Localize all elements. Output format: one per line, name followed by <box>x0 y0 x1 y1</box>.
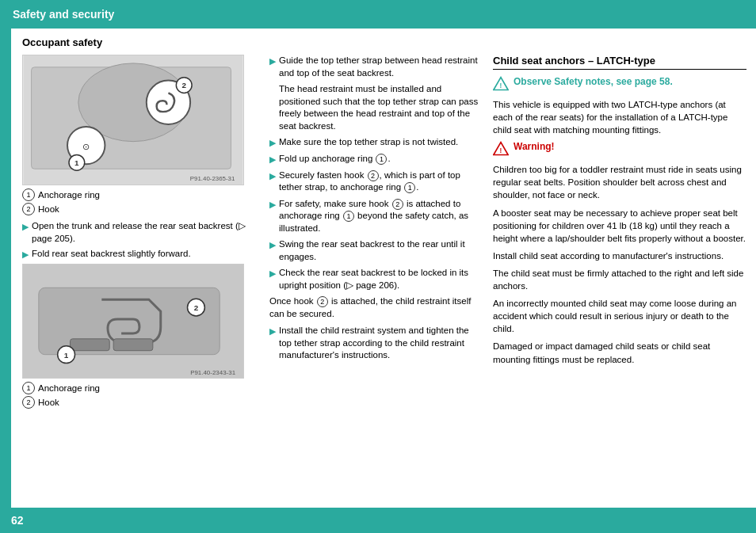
inline-circle-2b: 2 <box>392 199 403 210</box>
list-item: ▶ For safety, make sure hook 2 is attach… <box>269 198 483 235</box>
page-header: Safety and security <box>0 0 756 29</box>
section-title: Occupant safety <box>22 36 746 48</box>
svg-text:1: 1 <box>74 158 79 167</box>
svg-text:!: ! <box>500 82 502 89</box>
main-container: Occupant safety ⊙ <box>0 29 756 508</box>
svg-text:!: ! <box>500 147 502 154</box>
arrow-icon: ▶ <box>269 154 276 166</box>
safety-note-box: ! Observe Safety notes, see page 58. <box>493 76 746 92</box>
columns-layout: ⊙ 1 2 P91.40-2365-31 <box>22 55 746 500</box>
caption-circle-1b: 1 <box>22 382 35 394</box>
svg-text:1: 1 <box>64 351 69 360</box>
caption-2a-text: Hook <box>38 204 59 214</box>
warning-para-1: Children too big for a toddler restraint… <box>493 163 746 201</box>
warning-box: ! Warning! <box>493 141 746 157</box>
content-area: Occupant safety ⊙ <box>11 29 756 508</box>
page-footer: 62 <box>0 508 756 533</box>
list-item: ▶ Open the trunk and release the rear se… <box>22 220 260 245</box>
list-item: ▶ Fold up anchorage ring 1. <box>269 153 483 166</box>
middle-column: ▶ Guide the top tether strap between hea… <box>269 55 483 500</box>
inline-circle-2a: 2 <box>368 170 379 181</box>
svg-rect-13 <box>71 339 110 351</box>
warning-para-5: An incorrectly mounted child seat may co… <box>493 297 746 335</box>
svg-text:P91.40-2343-31: P91.40-2343-31 <box>190 368 236 375</box>
svg-text:⊙: ⊙ <box>82 142 90 151</box>
inline-circle-1: 1 <box>376 154 387 165</box>
right-section-title: Child seat anchors – LATCH-type <box>493 55 746 70</box>
bottom-diagram-image: 2 1 P91.40-2343-31 <box>22 264 244 379</box>
caption-circle-2b: 2 <box>22 396 35 409</box>
bottom-caption-1: 1 Anchorage ring <box>22 382 260 394</box>
caption-circle-1a: 1 <box>22 188 35 201</box>
bottom-caption-2: 2 Hook <box>22 396 260 409</box>
arrow-icon: ▶ <box>269 239 276 251</box>
inline-circle-1b: 1 <box>343 211 354 222</box>
intro-text: This vehicle is equipped with two LATCH-… <box>493 98 746 136</box>
right-column: Child seat anchors – LATCH-type ! Observ… <box>493 55 746 500</box>
warning-para-6: Damaged or impact damaged child seats or… <box>493 340 746 365</box>
caption-1a-text: Anchorage ring <box>38 190 100 200</box>
top-caption-1: 1 Anchorage ring <box>22 188 260 201</box>
list-item: ▶ Check the rear seat backrest to be loc… <box>269 267 483 291</box>
install-bullet-list: ▶ Install the child restraint system and… <box>269 325 483 362</box>
list-item: ▶ Guide the top tether strap between hea… <box>269 55 483 79</box>
caption-1b-text: Anchorage ring <box>38 383 100 393</box>
arrow-icon: ▶ <box>269 199 276 211</box>
left-bullet-list: ▶ Open the trunk and release the rear se… <box>22 220 260 261</box>
once-text: Once hook 2 is attached, the child restr… <box>269 295 483 320</box>
arrow-icon: ▶ <box>22 249 29 261</box>
list-item: ▶ The head restraint must be installed a… <box>269 83 483 132</box>
top-diagram-image: ⊙ 1 2 P91.40-2365-31 <box>22 55 244 185</box>
arrow-icon: ▶ <box>269 55 276 67</box>
safety-note-title: Observe Safety notes, see page 58. <box>514 76 673 87</box>
list-item: ▶ Make sure the top tether strap is not … <box>269 136 483 149</box>
top-caption-2: 2 Hook <box>22 203 260 215</box>
middle-bullet-list: ▶ Guide the top tether strap between hea… <box>269 55 483 291</box>
list-item: ▶ Securely fasten hook 2, which is part … <box>269 169 483 194</box>
list-item: ▶ Fold rear seat backrest slightly forwa… <box>22 248 260 261</box>
warning-icon: ! <box>493 141 509 157</box>
arrow-icon: ▶ <box>269 137 276 149</box>
svg-rect-14 <box>113 339 153 351</box>
warning-para-2: A booster seat may be necessary to achie… <box>493 207 746 245</box>
arrow-icon: ▶ <box>269 170 276 182</box>
arrow-icon: ▶ <box>269 326 276 337</box>
warning-para-4: The child seat must be firmly attached t… <box>493 267 746 292</box>
left-column: ⊙ 1 2 P91.40-2365-31 <box>22 55 260 500</box>
inline-circle-1a: 1 <box>404 182 415 193</box>
inline-circle-2c: 2 <box>317 296 328 307</box>
warning-para-3: Install child seat according to manufact… <box>493 249 746 262</box>
header-title: Safety and security <box>13 8 114 21</box>
warning-triangle-icon: ! <box>493 76 509 92</box>
list-item: ▶ Install the child restraint system and… <box>269 325 483 362</box>
arrow-icon: ▶ <box>269 268 276 280</box>
warning-title: Warning! <box>514 141 555 152</box>
page-number: 62 <box>11 514 24 527</box>
arrow-icon: ▶ <box>22 221 29 233</box>
svg-text:P91.40-2365-31: P91.40-2365-31 <box>190 175 235 182</box>
caption-circle-2a: 2 <box>22 203 35 215</box>
caption-2b-text: Hook <box>38 398 59 407</box>
svg-text:2: 2 <box>181 81 186 89</box>
left-accent-bar <box>0 29 11 508</box>
list-item: ▶ Swing the rear seat backrest to the re… <box>269 238 483 263</box>
svg-text:2: 2 <box>194 303 199 312</box>
